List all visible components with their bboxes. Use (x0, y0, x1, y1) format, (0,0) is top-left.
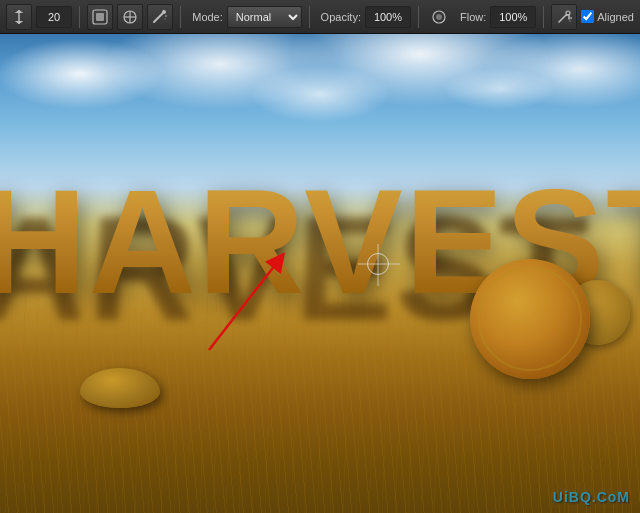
brush-cursor (367, 253, 389, 275)
brush-settings-tool[interactable] (117, 4, 143, 30)
separator-5 (543, 6, 544, 28)
aligned-label[interactable]: Aligned (597, 11, 634, 23)
hay-bale-right (470, 259, 590, 379)
svg-marker-1 (15, 10, 23, 13)
svg-marker-2 (15, 21, 23, 24)
tool-icon-1[interactable] (6, 4, 32, 30)
separator-3 (309, 6, 310, 28)
svg-point-10 (164, 18, 166, 20)
flow-input[interactable]: 100% (490, 6, 536, 28)
separator-2 (180, 6, 181, 28)
toolbar: 20 Mode: Normal Multiply Screen Overlay (0, 0, 640, 34)
watermark: UiBQ.CoM (553, 489, 630, 505)
airbrush-tool[interactable] (147, 4, 173, 30)
canvas-area[interactable]: ARVEST HARVEST UiBQ.CoM (0, 34, 640, 513)
mode-select[interactable]: Normal Multiply Screen Overlay (227, 6, 302, 28)
aligned-checkbox[interactable] (581, 10, 594, 23)
opacity-label: Opacity: (321, 11, 361, 23)
svg-point-8 (162, 10, 166, 14)
separator-4 (418, 6, 419, 28)
svg-point-12 (436, 14, 442, 20)
brush-hardness-tool[interactable] (87, 4, 113, 30)
svg-point-15 (569, 20, 571, 22)
brush-flow-icon[interactable] (426, 4, 452, 30)
svg-point-14 (570, 17, 572, 19)
brush-size-input-wrap: 20 (36, 6, 72, 28)
opacity-input[interactable]: 100% (365, 6, 411, 28)
aligned-wrapper: Aligned (581, 10, 634, 23)
svg-rect-4 (96, 13, 104, 21)
airbrush-toggle[interactable] (551, 4, 577, 30)
flow-label: Flow: (460, 11, 486, 23)
brush-size-input[interactable]: 20 (36, 6, 72, 28)
svg-point-9 (165, 15, 167, 17)
mode-label: Mode: (192, 11, 223, 23)
separator-1 (79, 6, 80, 28)
